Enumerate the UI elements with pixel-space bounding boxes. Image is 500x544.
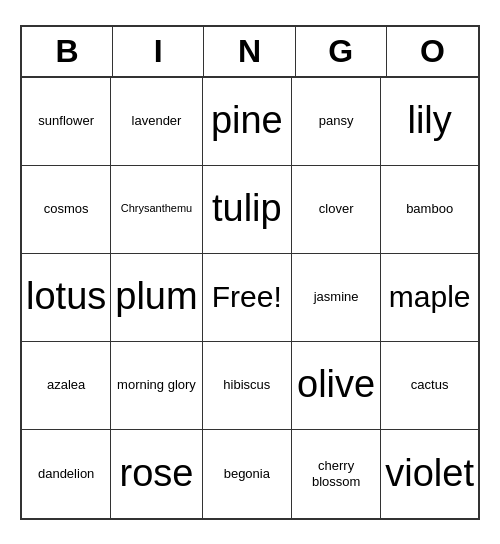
- bingo-cell: begonia: [203, 430, 292, 518]
- cell-text: lily: [407, 98, 451, 144]
- bingo-cell: tulip: [203, 166, 292, 254]
- cell-text: morning glory: [117, 377, 196, 393]
- cell-text: lavender: [132, 113, 182, 129]
- cell-text: pine: [211, 98, 283, 144]
- cell-text: cactus: [411, 377, 449, 393]
- cell-text: violet: [385, 451, 474, 497]
- cell-text: azalea: [47, 377, 85, 393]
- cell-text: cherry blossom: [296, 458, 376, 489]
- cell-text: Chrysanthemu: [121, 202, 193, 215]
- cell-text: Free!: [212, 279, 282, 315]
- bingo-header: BINGO: [22, 27, 478, 78]
- cell-text: begonia: [224, 466, 270, 482]
- bingo-grid: sunflowerlavenderpinepansylilycosmosChry…: [22, 78, 478, 518]
- bingo-cell: cherry blossom: [292, 430, 381, 518]
- cell-text: plum: [115, 274, 197, 320]
- bingo-cell: olive: [292, 342, 381, 430]
- bingo-cell: dandelion: [22, 430, 111, 518]
- cell-text: jasmine: [314, 289, 359, 305]
- bingo-cell: jasmine: [292, 254, 381, 342]
- bingo-cell: bamboo: [381, 166, 478, 254]
- cell-text: pansy: [319, 113, 354, 129]
- bingo-cell: hibiscus: [203, 342, 292, 430]
- cell-text: dandelion: [38, 466, 94, 482]
- cell-text: cosmos: [44, 201, 89, 217]
- bingo-card: BINGO sunflowerlavenderpinepansylilycosm…: [20, 25, 480, 520]
- cell-text: hibiscus: [223, 377, 270, 393]
- cell-text: sunflower: [38, 113, 94, 129]
- bingo-cell: azalea: [22, 342, 111, 430]
- bingo-cell: pine: [203, 78, 292, 166]
- bingo-cell: Chrysanthemu: [111, 166, 202, 254]
- header-letter: N: [204, 27, 295, 76]
- header-letter: B: [22, 27, 113, 76]
- bingo-cell: lily: [381, 78, 478, 166]
- bingo-cell: maple: [381, 254, 478, 342]
- cell-text: bamboo: [406, 201, 453, 217]
- cell-text: rose: [120, 451, 194, 497]
- cell-text: maple: [389, 279, 471, 315]
- bingo-cell: lotus: [22, 254, 111, 342]
- bingo-cell: morning glory: [111, 342, 202, 430]
- bingo-cell: cosmos: [22, 166, 111, 254]
- bingo-cell: Free!: [203, 254, 292, 342]
- bingo-cell: lavender: [111, 78, 202, 166]
- bingo-cell: rose: [111, 430, 202, 518]
- bingo-cell: sunflower: [22, 78, 111, 166]
- header-letter: I: [113, 27, 204, 76]
- bingo-cell: pansy: [292, 78, 381, 166]
- bingo-cell: cactus: [381, 342, 478, 430]
- bingo-cell: violet: [381, 430, 478, 518]
- cell-text: olive: [297, 362, 375, 408]
- header-letter: G: [296, 27, 387, 76]
- bingo-cell: clover: [292, 166, 381, 254]
- cell-text: clover: [319, 201, 354, 217]
- bingo-cell: plum: [111, 254, 202, 342]
- cell-text: lotus: [26, 274, 106, 320]
- cell-text: tulip: [212, 186, 282, 232]
- header-letter: O: [387, 27, 478, 76]
